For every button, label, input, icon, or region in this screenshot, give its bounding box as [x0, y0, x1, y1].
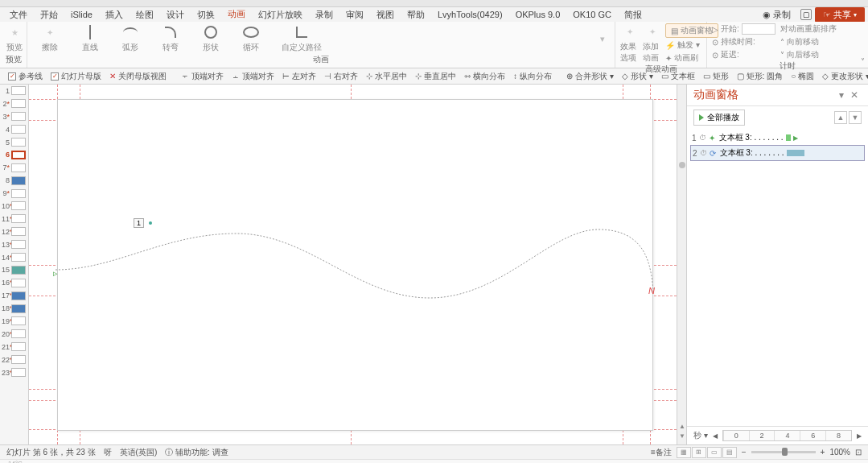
menu-okplus[interactable]: OKPlus 9.0	[509, 8, 567, 21]
thumb-row-16[interactable]: 16	[0, 276, 28, 289]
view-normal[interactable]: ▦	[677, 447, 691, 458]
motion-path[interactable]	[51, 225, 659, 306]
menu-help[interactable]: 帮助	[401, 7, 431, 23]
thumb-row-17[interactable]: 17	[0, 289, 28, 302]
language[interactable]: 英语(英国)	[120, 447, 158, 458]
scroll-thumb[interactable]	[679, 162, 685, 168]
menu-draw[interactable]: 绘图	[130, 7, 160, 23]
play-all-button[interactable]: 全部播放	[693, 110, 745, 126]
tb2-merge-shape[interactable]: ⊕合并形状 ▾	[563, 71, 617, 82]
menu-file[interactable]: 文件	[3, 7, 34, 23]
fit-window[interactable]: ⊡	[855, 448, 862, 457]
thumb-row-8[interactable]: 8	[0, 174, 28, 187]
slide-canvas[interactable]: 1 ▹ N	[29, 85, 677, 444]
presenter-icon[interactable]: ▢	[800, 9, 812, 20]
preview-button[interactable]: ★ 预览	[5, 24, 24, 53]
move-earlier[interactable]: ˄向前移动	[780, 36, 837, 48]
menu-briefing[interactable]: 简报	[618, 7, 648, 23]
thumb-row-9[interactable]: 9	[0, 187, 28, 200]
anim-panel-minimize[interactable]: ▾	[836, 89, 847, 101]
tb2-left-align[interactable]: ⊢左对齐	[279, 71, 319, 82]
thumb-row-11[interactable]: 11	[0, 213, 28, 225]
tb2-v-center[interactable]: ⊹垂直居中	[412, 71, 459, 82]
anim-panel-close[interactable]: ✕	[847, 89, 862, 101]
anim-loop[interactable]: 循环	[241, 24, 261, 53]
tb2-v-dist[interactable]: ↕纵向分布	[510, 71, 555, 82]
menu-slideshow[interactable]: 幻灯片放映	[252, 7, 309, 23]
zoom-level[interactable]: 100%	[829, 448, 850, 457]
menu-ok10[interactable]: OK10 GC	[566, 8, 618, 21]
path-end-icon[interactable]: N	[648, 286, 655, 296]
tb2-right-align[interactable]: ⊣右对齐	[321, 71, 361, 82]
menu-islide[interactable]: iSlide	[64, 8, 99, 21]
tb2-close-master[interactable]: ✕关闭母版视图	[106, 71, 170, 82]
tb2-h-center[interactable]: ⊹水平居中	[363, 71, 410, 82]
thumb-row-13[interactable]: 13	[0, 238, 28, 251]
thumb-row-22[interactable]: 22	[0, 353, 28, 366]
scroll-up-icon[interactable]: ▲	[679, 423, 685, 430]
zoom-thumb[interactable]	[782, 448, 788, 456]
tb2-top-align[interactable]: ⫟顶端对齐	[178, 71, 227, 82]
thumb-row-4[interactable]: 4	[0, 123, 28, 136]
anim-arc[interactable]: 弧形	[121, 24, 140, 53]
thumb-row-10[interactable]: 10	[0, 200, 28, 213]
thumb-row-15[interactable]: 15	[0, 263, 28, 276]
timeline-right[interactable]: ▶	[857, 432, 862, 440]
notes-button[interactable]: ≡备注	[651, 447, 672, 458]
menu-view[interactable]: 视图	[370, 7, 401, 23]
tb2-bottom-align[interactable]: ⫠顶端对齐	[228, 71, 278, 82]
menu-animation[interactable]: 动画	[221, 6, 252, 23]
thumb-row-21[interactable]: 21	[0, 341, 28, 353]
gallery-more[interactable]: ▾	[600, 34, 605, 44]
view-sorter[interactable]: ⊞	[692, 447, 706, 458]
timing-delay[interactable]: ⊙延迟:	[712, 49, 775, 60]
menu-design[interactable]: 设计	[160, 7, 191, 23]
view-slideshow[interactable]: ▤	[722, 447, 737, 458]
timeline-ruler[interactable]: 0 2 4 6 8	[722, 430, 852, 441]
tb2-refline[interactable]: 参考线	[5, 71, 46, 82]
anim-row-1[interactable]: 1 ⏱ ✦ 文本框 3: . . . . . . . ▶	[690, 130, 865, 145]
move-later[interactable]: ˅向后移动	[780, 49, 837, 60]
zoom-in[interactable]: +	[821, 448, 825, 457]
anim-custom[interactable]: 自定义路径	[282, 24, 322, 53]
timing-start[interactable]: ▷开始:	[712, 23, 775, 35]
move-down-button[interactable]: ▼	[849, 111, 862, 124]
tb2-master[interactable]: 幻灯片母版	[47, 71, 105, 82]
view-reading[interactable]: ▭	[707, 447, 722, 458]
thumb-row-7[interactable]: 7	[0, 161, 28, 174]
anim-line[interactable]: 直线	[80, 24, 100, 53]
zoom-out[interactable]: −	[742, 448, 747, 457]
anim-erase[interactable]: ✦擦除	[40, 24, 60, 53]
anim-turn[interactable]: 转弯	[161, 24, 180, 53]
timeline-left[interactable]: ◀	[713, 432, 718, 440]
effects-options[interactable]: ✦效果选项	[620, 23, 640, 64]
move-up-button[interactable]: ▲	[834, 111, 847, 124]
share-button[interactable]: ☞共享▾	[815, 7, 865, 23]
menu-transition[interactable]: 切换	[191, 7, 221, 23]
thumb-row-3[interactable]: 3	[0, 110, 28, 123]
thumb-row-5[interactable]: 5	[0, 136, 28, 149]
zoom-slider[interactable]	[751, 451, 816, 453]
thumb-row-19[interactable]: 19	[0, 315, 28, 328]
menu-home[interactable]: 开始	[34, 7, 64, 23]
add-animation[interactable]: ✦添加动画	[643, 23, 662, 64]
path-start-icon[interactable]: ▹	[53, 268, 58, 279]
thumb-row-2[interactable]: 2	[0, 97, 28, 110]
menu-record[interactable]: 录制	[309, 7, 339, 23]
menu-lvyh[interactable]: LvyhTools(0429)	[431, 8, 509, 21]
menu-review[interactable]: 审阅	[339, 7, 370, 23]
start-input[interactable]	[742, 23, 775, 35]
scroll-down-icon[interactable]: ▼	[679, 432, 685, 440]
thumb-row-1[interactable]: 1	[0, 85, 28, 97]
tb2-h-dist[interactable]: ⇿横向分布	[461, 71, 508, 82]
timing-duration[interactable]: ⊙持续时间:	[712, 36, 775, 48]
thumb-row-23[interactable]: 23	[0, 366, 28, 379]
thumb-row-12[interactable]: 12	[0, 225, 28, 238]
thumb-row-6[interactable]: 6	[0, 148, 28, 161]
menu-insert[interactable]: 插入	[99, 7, 130, 23]
ribbon-collapse[interactable]: ˅	[861, 57, 865, 66]
canvas-scrollbar[interactable]: ▲ ▼	[677, 85, 686, 444]
thumb-row-14[interactable]: 14	[0, 251, 28, 264]
record-button[interactable]: ◉录制	[756, 7, 797, 23]
seconds-label[interactable]: 秒 ▾	[693, 430, 708, 441]
